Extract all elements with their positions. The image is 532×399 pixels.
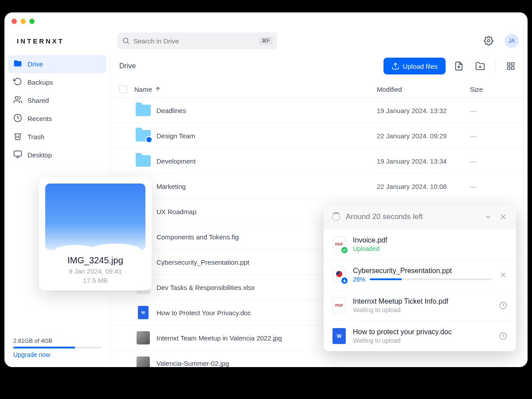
upload-filename: How to protect your privacy.doc (353, 328, 492, 336)
table-row[interactable]: Deadlines19 January 2024. 13:32— (110, 98, 528, 123)
row-modified: 22 January 2024. 10:08 (377, 183, 470, 190)
row-filename: Design Team (156, 132, 377, 140)
row-modified: 19 January 2024. 13:34 (377, 157, 470, 165)
upload-status: Uploaded (353, 245, 508, 252)
new-folder-button[interactable] (472, 58, 488, 74)
shared-badge-icon (145, 136, 153, 143)
upload-button-label: Upload files (403, 63, 438, 70)
clock-icon (13, 113, 22, 124)
svg-point-2 (487, 39, 490, 42)
sidebar-item-label: Backups (27, 78, 53, 86)
table-row[interactable]: Design Team22 January 2024. 09:29— (110, 123, 528, 149)
close-window-button[interactable] (12, 19, 17, 24)
svg-point-3 (15, 97, 18, 100)
progress-bar (370, 278, 492, 280)
column-name-label: Name (134, 86, 152, 93)
upload-eta: Around 20 seconds left (346, 212, 423, 221)
search-input[interactable] (133, 37, 255, 45)
settings-button[interactable] (481, 34, 496, 48)
upload-filename: Invoice.pdf (353, 236, 508, 244)
gear-icon (484, 36, 493, 46)
spinner-icon (332, 212, 340, 221)
sidebar-item-desktop[interactable]: Desktop (8, 146, 106, 164)
sidebar-item-label: Trash (27, 133, 44, 141)
column-modified-header[interactable]: Modified (377, 86, 470, 93)
sidebar-item-backups[interactable]: Backups (8, 73, 106, 91)
upload-item: Cybersecurity_Presentation.ppt26% (324, 260, 516, 290)
column-name-header[interactable]: Name (134, 86, 377, 93)
maximize-window-button[interactable] (29, 19, 35, 24)
sort-asc-icon (155, 86, 161, 92)
storage-text: 2.81GB of 4GB (13, 337, 101, 344)
table-row[interactable]: Valencia-Summer-02.jpg (110, 351, 528, 367)
row-size: — (470, 132, 519, 140)
upload-files-button[interactable]: Upload files (383, 58, 446, 74)
upload-item: PDFInternxt Meetup Ticket Info.pdfWaitin… (324, 290, 516, 321)
avatar[interactable]: JA (505, 34, 519, 48)
folder-icon (136, 155, 151, 167)
word-file-icon: W (138, 306, 149, 319)
row-modified: 22 January 2024. 09:29 (377, 132, 470, 140)
upload-progress-panel: Around 20 seconds left PDFInvoice.pdfUpl… (324, 205, 516, 351)
upgrade-link[interactable]: Upgrade now (13, 351, 101, 358)
svg-rect-15 (508, 67, 510, 70)
storage-meter: 2.81GB of 4GB Upgrade now (8, 332, 106, 364)
minimize-window-button[interactable] (20, 19, 26, 24)
search-icon (122, 37, 130, 45)
titlebar (4, 12, 528, 30)
upload-panel-header: Around 20 seconds left (324, 205, 516, 229)
toolbar-divider (495, 61, 496, 71)
select-all-checkbox[interactable] (119, 85, 127, 93)
pdf-file-icon: PDF (332, 297, 346, 313)
svg-rect-5 (14, 151, 22, 156)
topbar: INTERNXT ⌘F JA (4, 30, 528, 51)
preview-filesize: 17.5 MB (45, 277, 145, 284)
columns-header: Name Modified Size (110, 81, 528, 98)
image-thumbnail (137, 331, 150, 344)
sidebar-item-drive[interactable]: Drive (8, 55, 106, 73)
row-filename: Valencia-Summer-02.jpg (156, 360, 377, 367)
svg-rect-14 (512, 67, 514, 70)
folder-icon (136, 105, 151, 116)
download-icon (340, 277, 348, 285)
svg-rect-13 (512, 63, 514, 66)
search-box[interactable]: ⌘F (117, 32, 277, 49)
grid-icon (506, 62, 515, 70)
row-size: — (470, 107, 519, 114)
word-file-icon: W (332, 328, 346, 344)
view-grid-button[interactable] (503, 58, 519, 74)
svg-rect-12 (508, 63, 510, 66)
sidebar-item-recents[interactable]: Recents (8, 110, 106, 128)
upload-status: Waiting to upload (353, 306, 492, 313)
brand-logo: INTERNXT (17, 37, 64, 45)
row-size: — (470, 157, 519, 165)
row-filename: Marketing (156, 183, 377, 190)
sidebar-item-trash[interactable]: Trash (8, 128, 106, 146)
main-header: Drive Upload files (110, 51, 528, 81)
upload-item: WHow to protect your privacy.docWaiting … (324, 321, 516, 351)
svg-line-1 (127, 42, 129, 43)
close-panel-button[interactable] (498, 212, 508, 222)
sidebar-item-label: Desktop (27, 151, 52, 159)
breadcrumb: Drive (119, 62, 136, 70)
upload-file-toolbar-button[interactable] (451, 58, 467, 74)
file-upload-icon (454, 61, 464, 71)
preview-date: 9 Jan 2024, 09:41 (45, 267, 145, 275)
upload-status: 26% (353, 276, 492, 283)
desktop-icon (13, 150, 22, 160)
sidebar-item-shared[interactable]: Shared (8, 91, 106, 110)
column-size-header[interactable]: Size (470, 86, 519, 93)
people-icon (13, 95, 22, 106)
storage-bar (13, 347, 101, 348)
chevron-down-icon (484, 212, 493, 221)
row-size: — (470, 183, 519, 190)
upload-filename: Cybersecurity_Presentation.ppt (353, 267, 492, 275)
cancel-upload-button[interactable] (498, 270, 508, 280)
trash-icon (13, 132, 22, 142)
table-row[interactable]: Marketing22 January 2024. 10:08— (110, 174, 528, 199)
table-row[interactable]: Development19 January 2024. 13:34— (110, 149, 528, 174)
upload-filename: Internxt Meetup Ticket Info.pdf (353, 297, 492, 305)
collapse-panel-button[interactable] (483, 212, 493, 222)
row-filename: Deadlines (156, 107, 377, 114)
upload-item: PDFInvoice.pdfUploaded (324, 229, 516, 260)
